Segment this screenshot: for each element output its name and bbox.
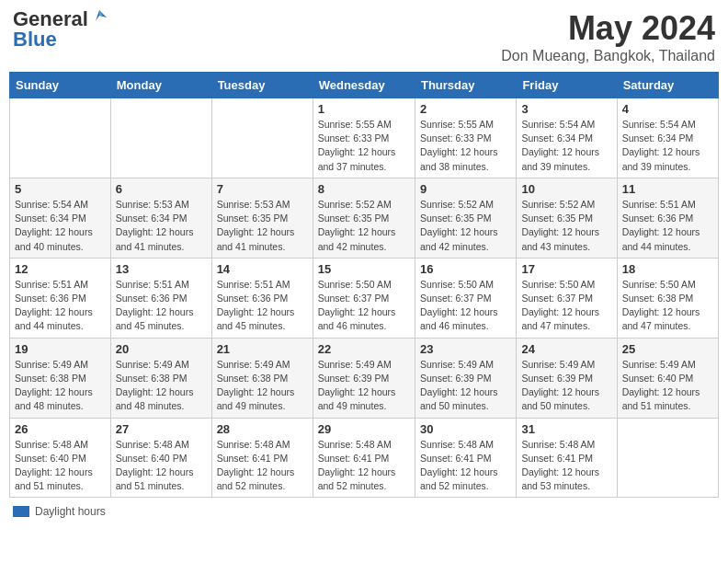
calendar-day-cell: 8Sunrise: 5:52 AM Sunset: 6:35 PM Daylig… <box>313 178 415 258</box>
calendar-day-cell: 3Sunrise: 5:54 AM Sunset: 6:34 PM Daylig… <box>517 98 617 178</box>
calendar-day-cell: 10Sunrise: 5:52 AM Sunset: 6:35 PM Dayli… <box>517 178 617 258</box>
day-number: 28 <box>217 422 308 436</box>
calendar-header-row: SundayMondayTuesdayWednesdayThursdayFrid… <box>10 73 719 98</box>
calendar-day-cell <box>110 98 211 178</box>
day-info: Sunrise: 5:53 AM Sunset: 6:34 PM Dayligh… <box>116 198 207 254</box>
day-info: Sunrise: 5:49 AM Sunset: 6:38 PM Dayligh… <box>15 358 106 414</box>
day-number: 11 <box>622 182 713 196</box>
footer: Daylight hours <box>9 505 719 518</box>
day-number: 12 <box>15 262 106 276</box>
calendar-dow-header: Tuesday <box>211 73 313 98</box>
day-info: Sunrise: 5:49 AM Sunset: 6:39 PM Dayligh… <box>521 358 611 414</box>
day-number: 9 <box>420 182 511 196</box>
title-area: May 2024 Don Mueang, Bangkok, Thailand <box>501 9 715 64</box>
day-number: 3 <box>521 102 611 116</box>
daylight-label: Daylight hours <box>35 505 106 518</box>
day-info: Sunrise: 5:51 AM Sunset: 6:36 PM Dayligh… <box>15 278 106 334</box>
day-number: 1 <box>318 102 410 116</box>
calendar-day-cell: 16Sunrise: 5:50 AM Sunset: 6:37 PM Dayli… <box>415 258 516 338</box>
calendar-dow-header: Friday <box>517 73 617 98</box>
calendar-day-cell: 21Sunrise: 5:49 AM Sunset: 6:38 PM Dayli… <box>211 338 313 418</box>
day-info: Sunrise: 5:55 AM Sunset: 6:33 PM Dayligh… <box>318 118 410 174</box>
day-number: 22 <box>318 342 410 356</box>
day-number: 21 <box>217 342 308 356</box>
calendar-day-cell: 15Sunrise: 5:50 AM Sunset: 6:37 PM Dayli… <box>313 258 415 338</box>
daylight-bar-icon <box>13 506 29 517</box>
day-number: 6 <box>116 182 207 196</box>
calendar-day-cell: 1Sunrise: 5:55 AM Sunset: 6:33 PM Daylig… <box>313 98 415 178</box>
calendar-dow-header: Thursday <box>415 73 516 98</box>
day-number: 8 <box>318 182 410 196</box>
day-number: 19 <box>15 342 106 356</box>
day-info: Sunrise: 5:51 AM Sunset: 6:36 PM Dayligh… <box>217 278 308 334</box>
calendar-dow-header: Monday <box>110 73 211 98</box>
day-info: Sunrise: 5:50 AM Sunset: 6:37 PM Dayligh… <box>318 278 410 334</box>
calendar-day-cell: 20Sunrise: 5:49 AM Sunset: 6:38 PM Dayli… <box>110 338 211 418</box>
calendar-day-cell: 13Sunrise: 5:51 AM Sunset: 6:36 PM Dayli… <box>110 258 211 338</box>
calendar-table: SundayMondayTuesdayWednesdayThursdayFrid… <box>9 72 719 498</box>
day-info: Sunrise: 5:48 AM Sunset: 6:41 PM Dayligh… <box>521 438 611 494</box>
calendar-day-cell: 30Sunrise: 5:48 AM Sunset: 6:41 PM Dayli… <box>415 418 516 498</box>
day-number: 29 <box>318 422 410 436</box>
day-info: Sunrise: 5:50 AM Sunset: 6:38 PM Dayligh… <box>622 278 713 334</box>
calendar-week-row: 5Sunrise: 5:54 AM Sunset: 6:34 PM Daylig… <box>10 178 719 258</box>
calendar-day-cell <box>617 418 718 498</box>
day-number: 23 <box>420 342 511 356</box>
logo-general-text: General <box>13 9 88 29</box>
day-info: Sunrise: 5:48 AM Sunset: 6:40 PM Dayligh… <box>116 438 207 494</box>
day-info: Sunrise: 5:49 AM Sunset: 6:40 PM Dayligh… <box>622 358 713 414</box>
day-info: Sunrise: 5:50 AM Sunset: 6:37 PM Dayligh… <box>420 278 511 334</box>
day-info: Sunrise: 5:49 AM Sunset: 6:38 PM Dayligh… <box>116 358 207 414</box>
day-info: Sunrise: 5:54 AM Sunset: 6:34 PM Dayligh… <box>622 118 713 174</box>
day-info: Sunrise: 5:48 AM Sunset: 6:41 PM Dayligh… <box>318 438 410 494</box>
day-info: Sunrise: 5:49 AM Sunset: 6:38 PM Dayligh… <box>217 358 308 414</box>
calendar-day-cell: 29Sunrise: 5:48 AM Sunset: 6:41 PM Dayli… <box>313 418 415 498</box>
day-info: Sunrise: 5:54 AM Sunset: 6:34 PM Dayligh… <box>521 118 611 174</box>
calendar-day-cell <box>211 98 313 178</box>
calendar-day-cell: 25Sunrise: 5:49 AM Sunset: 6:40 PM Dayli… <box>617 338 718 418</box>
day-number: 10 <box>521 182 611 196</box>
day-number: 17 <box>521 262 611 276</box>
day-number: 24 <box>521 342 611 356</box>
calendar-day-cell: 7Sunrise: 5:53 AM Sunset: 6:35 PM Daylig… <box>211 178 313 258</box>
day-info: Sunrise: 5:54 AM Sunset: 6:34 PM Dayligh… <box>15 198 106 254</box>
day-number: 31 <box>521 422 611 436</box>
day-number: 5 <box>15 182 106 196</box>
calendar-dow-header: Saturday <box>617 73 718 98</box>
day-number: 2 <box>420 102 511 116</box>
page-header: General Blue May 2024 Don Mueang, Bangko… <box>9 9 719 64</box>
calendar-day-cell: 22Sunrise: 5:49 AM Sunset: 6:39 PM Dayli… <box>313 338 415 418</box>
day-number: 30 <box>420 422 511 436</box>
calendar-day-cell: 4Sunrise: 5:54 AM Sunset: 6:34 PM Daylig… <box>617 98 718 178</box>
day-info: Sunrise: 5:52 AM Sunset: 6:35 PM Dayligh… <box>318 198 410 254</box>
page-subtitle: Don Mueang, Bangkok, Thailand <box>501 48 715 64</box>
calendar-week-row: 26Sunrise: 5:48 AM Sunset: 6:40 PM Dayli… <box>10 418 719 498</box>
calendar-day-cell: 23Sunrise: 5:49 AM Sunset: 6:39 PM Dayli… <box>415 338 516 418</box>
day-number: 18 <box>622 262 713 276</box>
calendar-day-cell: 11Sunrise: 5:51 AM Sunset: 6:36 PM Dayli… <box>617 178 718 258</box>
calendar-day-cell: 9Sunrise: 5:52 AM Sunset: 6:35 PM Daylig… <box>415 178 516 258</box>
calendar-day-cell: 17Sunrise: 5:50 AM Sunset: 6:37 PM Dayli… <box>517 258 617 338</box>
calendar-day-cell: 27Sunrise: 5:48 AM Sunset: 6:40 PM Dayli… <box>110 418 211 498</box>
calendar-week-row: 19Sunrise: 5:49 AM Sunset: 6:38 PM Dayli… <box>10 338 719 418</box>
day-number: 7 <box>217 182 308 196</box>
calendar-day-cell: 26Sunrise: 5:48 AM Sunset: 6:40 PM Dayli… <box>10 418 111 498</box>
calendar-day-cell: 24Sunrise: 5:49 AM Sunset: 6:39 PM Dayli… <box>517 338 617 418</box>
day-info: Sunrise: 5:48 AM Sunset: 6:41 PM Dayligh… <box>420 438 511 494</box>
day-info: Sunrise: 5:48 AM Sunset: 6:40 PM Dayligh… <box>15 438 106 494</box>
calendar-dow-header: Wednesday <box>313 73 415 98</box>
day-number: 4 <box>622 102 713 116</box>
day-info: Sunrise: 5:51 AM Sunset: 6:36 PM Dayligh… <box>622 198 713 254</box>
day-info: Sunrise: 5:49 AM Sunset: 6:39 PM Dayligh… <box>318 358 410 414</box>
day-number: 25 <box>622 342 713 356</box>
day-info: Sunrise: 5:52 AM Sunset: 6:35 PM Dayligh… <box>521 198 611 254</box>
day-info: Sunrise: 5:55 AM Sunset: 6:33 PM Dayligh… <box>420 118 511 174</box>
calendar-day-cell: 5Sunrise: 5:54 AM Sunset: 6:34 PM Daylig… <box>10 178 111 258</box>
calendar-day-cell: 2Sunrise: 5:55 AM Sunset: 6:33 PM Daylig… <box>415 98 516 178</box>
calendar-week-row: 1Sunrise: 5:55 AM Sunset: 6:33 PM Daylig… <box>10 98 719 178</box>
calendar-day-cell: 14Sunrise: 5:51 AM Sunset: 6:36 PM Dayli… <box>211 258 313 338</box>
calendar-day-cell: 19Sunrise: 5:49 AM Sunset: 6:38 PM Dayli… <box>10 338 111 418</box>
calendar-day-cell: 6Sunrise: 5:53 AM Sunset: 6:34 PM Daylig… <box>110 178 211 258</box>
day-info: Sunrise: 5:52 AM Sunset: 6:35 PM Dayligh… <box>420 198 511 254</box>
day-number: 26 <box>15 422 106 436</box>
